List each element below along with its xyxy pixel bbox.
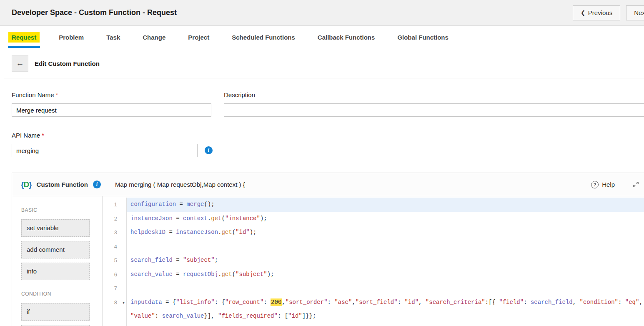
tab-change[interactable]: Change [139,32,169,43]
code-token: search_field [130,257,173,263]
code-token: = [173,271,183,278]
panel-title: Custom Function [37,181,88,188]
code-line-9[interactable]: 9 [103,323,644,326]
custom-function-icon: {D} [21,180,32,189]
line-number: 6 [103,268,127,282]
code-token: "condition" [580,299,618,306]
sidebar-item-if[interactable]: if [21,303,90,321]
code-token: ]}}; [302,313,316,319]
pager-buttons: ❮ Previous Next [573,5,644,20]
code-token: ); [250,229,257,236]
code-token: ( [232,271,236,278]
help-button[interactable]: ? Help [591,181,615,188]
tab-problem[interactable]: Problem [55,32,87,43]
snippet-group-basic: BASICset variableadd commentinfo [21,207,102,280]
code-token: = [173,257,183,263]
tab-scheduled-functions[interactable]: Scheduled Functions [228,32,298,43]
required-asterisk: * [56,92,58,98]
code-token: = [176,201,186,208]
function-name-input[interactable] [12,103,211,117]
code-token: instanceJson [176,229,218,236]
code-token: = [173,215,183,222]
api-name-input[interactable] [12,144,198,157]
code-editor[interactable]: 1configuration = merge();2instanceJson =… [103,196,644,326]
divider [4,78,644,78]
code-token: : [618,299,625,306]
code-line-8[interactable]: 8▾inputdata = {"list_info": {"row_count"… [103,296,644,323]
line-number: 8▾ [103,296,127,323]
code-line-content [127,281,644,296]
previous-button[interactable]: ❮ Previous [573,5,620,20]
code-line-3[interactable]: 3helpdeskID = instanceJson.get("id"); [103,226,644,240]
code-line-content [127,240,644,254]
line-number: 1 [103,198,127,212]
question-icon: ? [591,181,599,188]
code-token: = [165,229,176,236]
code-token: search_value [130,271,173,278]
code-token: "id" [236,229,250,236]
code-token: (); [204,201,214,208]
code-line-content: search_field = "subject"; [127,253,644,268]
code-token: ( [221,215,225,222]
code-token: }], [204,313,218,319]
function-form: Function Name* Description API Name* i [0,91,644,157]
search-highlighted-text: 200 [271,298,282,306]
code-token: , [639,299,644,306]
line-number: 9 [103,323,127,326]
code-line-4[interactable]: 4 [103,240,644,254]
module-tabbar: RequestProblemTaskChangeProjectScheduled… [0,26,644,49]
code-token: . [208,215,211,222]
sidebar-item-add-comment[interactable]: add comment [21,241,90,258]
code-token: "field" [499,299,524,306]
snippet-section-label: CONDITION [21,291,102,297]
line-number: 5 [103,253,127,268]
line-number: 3 [103,226,127,240]
code-token: ; [215,257,218,263]
tab-task[interactable]: Task [103,32,123,43]
code-line-content: instanceJson = context.get("instance"); [127,212,644,226]
fold-arrow-icon[interactable]: ▾ [123,296,125,310]
code-token: "sort_order" [286,299,328,306]
code-token: get [211,215,221,222]
api-info-icon[interactable]: i [205,146,213,154]
tab-global-functions[interactable]: Global Functions [394,32,452,43]
code-line-content: search_value = requestObj.get("subject")… [127,268,644,282]
expand-icon[interactable] [632,181,639,188]
help-label: Help [602,181,615,188]
code-token: "list_info" [176,299,214,306]
page-head: ← Edit Custom Function [12,55,644,72]
snippet-group-condition: CONDITIONifelse if [21,291,102,326]
code-line-content: helpdeskID = instanceJson.get("id"); [127,226,644,240]
sidebar-item-info[interactable]: info [21,263,90,280]
tab-request[interactable]: Request [8,32,40,43]
code-line-5[interactable]: 5search_field = "subject"; [103,253,644,268]
code-token: context [183,215,208,222]
code-token: ( [232,229,236,236]
code-token: "id" [404,299,418,306]
code-line-6[interactable]: 6search_value = requestObj.get("subject"… [103,268,644,282]
description-input[interactable] [224,103,644,117]
code-token: "asc" [334,299,352,306]
back-button[interactable]: ← [12,55,28,72]
code-token: search_field [531,299,573,306]
code-line-1[interactable]: 1configuration = merge(); [103,198,644,212]
code-token: inputdata [130,299,162,306]
panel-info-icon[interactable]: i [93,181,101,188]
sidebar-item-set-variable[interactable]: set variable [21,219,90,237]
api-name-label: API Name* [12,132,198,139]
tab-callback-functions[interactable]: Callback Functions [314,32,378,43]
code-token: ); [260,215,267,222]
code-token: , [352,299,355,306]
code-line-2[interactable]: 2instanceJson = context.get("instance"); [103,212,644,226]
code-token: get [221,271,232,278]
tab-project[interactable]: Project [185,32,213,43]
line-number: 7 [103,281,127,296]
snippet-section-label: BASIC [21,207,102,213]
code-token: :[{ [485,299,499,306]
code-line-7[interactable]: 7 [103,281,644,296]
code-token: "search_criteria" [426,299,485,306]
next-button[interactable]: Next [626,5,644,20]
code-token: "sort_field" [356,299,398,306]
code-token: , [418,299,426,306]
code-line-content: inputdata = {"list_info": {"row_count": … [127,296,644,323]
